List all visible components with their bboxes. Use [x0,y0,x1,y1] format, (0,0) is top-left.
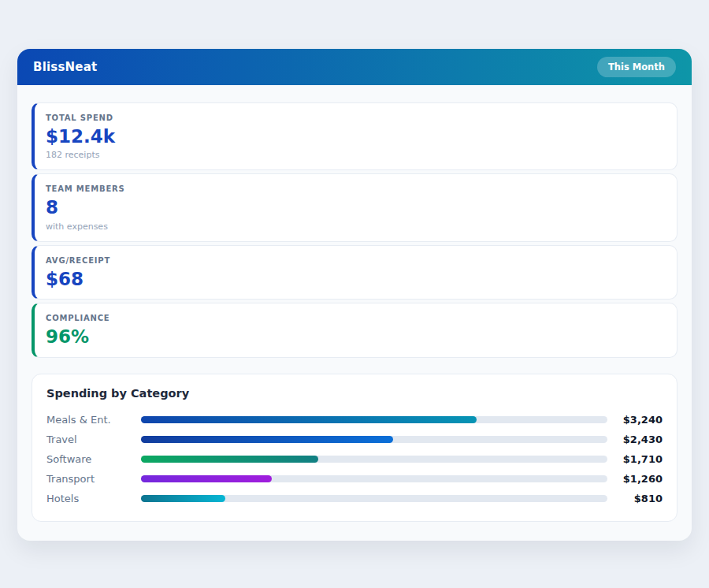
stat-label: TEAM MEMBERS [46,184,666,193]
stat-card-avg-receipt: AVG/RECEIPT $68 [32,245,677,300]
stat-sub: 182 receipts [46,150,666,160]
chart-row-travel: Travel $2,430 [46,430,663,449]
stat-card-total-spend: TOTAL SPEND $12.4k 182 receipts [32,102,677,170]
category-label: Travel [46,434,141,445]
chart-title: Spending by Category [46,387,663,400]
chart-row-software: Software $1,710 [46,449,663,469]
stat-card-team-members: TEAM MEMBERS 8 with expenses [32,173,677,241]
bar-track [141,495,607,502]
category-label: Hotels [46,493,141,504]
stat-label: TOTAL SPEND [46,114,666,122]
stat-value: 96% [46,326,666,347]
bar-track [141,416,607,423]
category-label: Transport [46,473,141,485]
stat-label: COMPLIANCE [46,314,666,322]
category-label: Software [46,453,141,465]
spending-by-category-chart: Spending by Category Meals & Ent. $3,240… [32,374,677,522]
app-container: BlissNeat This Month TOTAL SPEND $12.4k … [17,49,692,541]
bar-fill-meals [141,416,477,423]
dashboard-content: TOTAL SPEND $12.4k 182 receipts TEAM MEM… [17,85,692,522]
category-value: $2,430 [614,434,663,445]
app-title: BlissNeat [33,60,97,74]
stat-value: 8 [46,197,666,218]
category-label: Meals & Ent. [46,414,141,426]
chart-row-transport: Transport $1,260 [46,469,663,489]
category-value: $810 [614,493,663,504]
bar-fill-transport [141,475,272,482]
bar-fill-travel [141,436,393,443]
category-value: $1,710 [614,453,663,465]
stat-label: AVG/RECEIPT [46,256,666,265]
chart-row-meals: Meals & Ent. $3,240 [46,410,663,430]
bar-track [141,456,607,463]
stat-value: $12.4k [46,126,666,147]
stat-value: $68 [46,269,666,289]
bar-fill-software [141,456,318,463]
chart-row-hotels: Hotels $810 [46,489,663,508]
stat-card-compliance: COMPLIANCE 96% [32,303,677,357]
app-header: BlissNeat This Month [17,49,692,85]
category-value: $3,240 [614,414,663,426]
stat-sub: with expenses [46,221,666,232]
bar-track [141,475,607,482]
period-badge[interactable]: This Month [597,57,676,77]
category-value: $1,260 [614,473,663,485]
bar-fill-hotels [141,495,225,502]
bar-track [141,436,607,443]
